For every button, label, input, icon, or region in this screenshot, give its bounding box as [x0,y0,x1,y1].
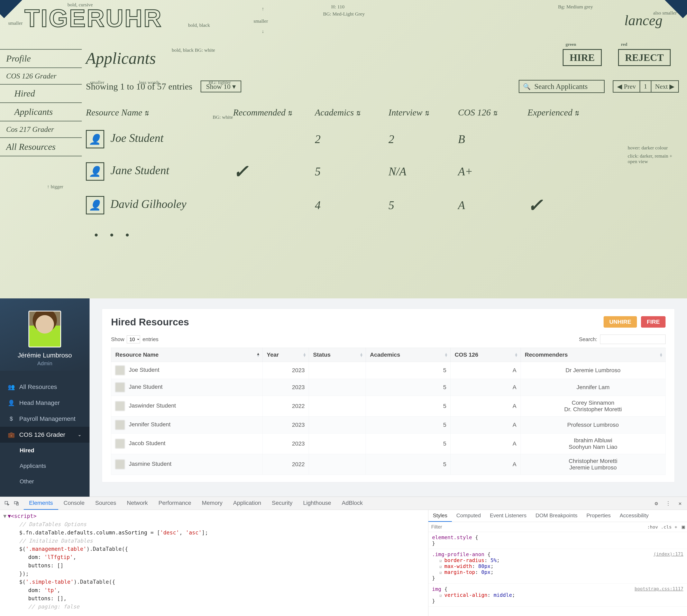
wf-search-box[interactable]: Search Applicants [519,80,605,93]
cell-cos126: A [450,454,520,475]
devtools-tab[interactable]: Lighthouse [298,497,336,510]
column-header[interactable]: COS 126▲▼ [450,348,520,362]
devtools-tab[interactable]: Elements [24,497,58,510]
avatar-thumb [115,420,125,430]
styles-tab[interactable]: Accessibility [615,510,653,522]
close-icon[interactable]: ✕ [676,499,684,507]
table-row[interactable]: Joe Student20235ADr Jeremie Lumbroso [111,362,666,379]
devtools-tab[interactable]: Application [228,497,266,510]
wf-note: ↑ bigger [47,184,63,190]
table-row[interactable]: Jacob Student20235AIbrahim AlbluwiSoohyu… [111,434,666,454]
search-input[interactable] [600,335,666,344]
css-rule[interactable]: img {bootstrap.css:1117vertical-align: m… [428,584,687,607]
table-row[interactable]: Jasmine Student20225AChristopher Moretti… [111,454,666,475]
devtools-tab[interactable]: Security [266,497,298,510]
sidebar-subitem[interactable]: Hired [0,443,89,458]
styles-tab[interactable]: DOM Breakpoints [531,510,582,522]
devtools: ElementsConsoleSourcesNetworkPerformance… [0,497,687,616]
devtools-tab[interactable]: Performance [153,497,196,510]
filter-chip[interactable]: + [674,524,677,530]
wf-avatar-icon [86,196,104,214]
styles-tab[interactable]: Event Listeners [486,510,531,522]
devtools-tab[interactable]: AdBlock [336,497,368,510]
sort-icon: ▲▼ [444,353,448,357]
datatable-controls: Show 10 entries Search: [111,335,666,344]
column-header[interactable]: Year▲▼ [262,348,309,362]
sidebar-item-label: Head Manager [19,399,60,406]
wf-pager-button[interactable]: Next ▶ [651,81,678,92]
wf-table-row[interactable]: David Gilhooley45A✓ [86,194,679,216]
rule-source-link[interactable]: bootstrap.css:1117 [635,586,683,591]
rule-source-link[interactable]: (index):171 [653,551,683,556]
table-row[interactable]: Jaswinder Student20225ACorey SinnamonDr.… [111,396,666,417]
toggle-panel-icon[interactable]: ▣ [680,524,687,530]
styles-tab[interactable]: Properties [582,510,615,522]
page-length-select[interactable]: 10 [127,335,140,343]
wf-reject-button[interactable]: REJECT [618,49,671,66]
column-header[interactable]: Status▲▼ [309,348,366,362]
wf-table-row[interactable]: Jane Student✓5N/AA+ [86,161,679,182]
wf-pager[interactable]: ◀ Prev1Next ▶ [613,80,679,93]
inspect-icon[interactable] [3,499,11,507]
filter-chip[interactable]: .cls [661,524,672,530]
table-row[interactable]: Jennifer Student20235AProfessor Lumbroso [111,417,666,434]
avatar-thumb [115,439,125,448]
wf-column-header[interactable]: COS 126 [458,107,528,118]
column-header[interactable]: Academics▲▼ [366,348,451,362]
unhire-button[interactable]: UNHIRE [604,316,637,328]
wf-sidebar-item[interactable]: All Resources [0,137,82,156]
devtools-tab[interactable]: Console [58,497,90,510]
cell-year: 2023 [262,362,309,379]
cell-status [309,417,366,434]
devtools-toolbar: ElementsConsoleSourcesNetworkPerformance… [0,497,687,510]
sidebar-item-label: COS 126 Grader [19,431,65,438]
sidebar-item[interactable]: $Payroll Management [0,411,89,427]
wf-table-row[interactable]: Joe Student22B [86,130,679,148]
devtools-tab[interactable]: Memory [196,497,228,510]
devtools-tab[interactable]: Sources [90,497,122,510]
sidebar-subitem[interactable]: Applicants [0,458,89,474]
wf-pager-button[interactable]: 1 [640,81,651,92]
sidebar-item[interactable]: 💼COS 126 Grader⌄ [0,427,89,443]
wf-column-header[interactable]: Resource Name [86,107,233,118]
wf-sidebar-item[interactable]: Hired [0,84,82,103]
cell-year: 2023 [262,379,309,396]
css-rule[interactable]: element.style {} [428,532,687,549]
column-header[interactable]: Resource Name▲▼ [111,348,263,362]
styles-tab[interactable]: Styles [428,510,452,522]
cell-year: 2023 [262,417,309,434]
device-icon[interactable] [12,499,20,507]
sidebar-item[interactable]: 👥All Resources [0,379,89,395]
avatar-thumb [115,366,125,375]
profile-name: Jérémie Lumbroso [4,352,85,359]
gear-icon[interactable]: ⚙ [652,499,660,507]
css-rule[interactable]: .img-profile-anon {(index):171border-rad… [428,549,687,584]
avatar-thumb [115,460,125,469]
fire-button[interactable]: FIRE [641,316,666,328]
show-label-pre: Show [111,336,124,343]
wf-pager-button[interactable]: ◀ Prev [614,81,640,92]
wf-sidebar-item[interactable]: Applicants [0,103,82,121]
styles-filter-input[interactable] [428,522,645,532]
source-panel[interactable]: ▼▼<script>// DataTables Options$.fn.data… [0,510,428,616]
kebab-icon[interactable]: ⋮ [664,499,672,507]
wf-column-header[interactable]: Academics [315,107,388,118]
wf-column-header[interactable]: Experienced [528,107,605,118]
table-row[interactable]: Jane Student20235AJennifer Lam [111,379,666,396]
cell-academics: 5 [366,434,451,454]
styles-tab[interactable]: Computed [452,510,486,522]
sidebar-item-label: All Resources [19,383,57,390]
sidebar-subitem[interactable]: Other [0,474,89,489]
wf-hire-button[interactable]: HIRE [563,49,602,66]
wf-column-header[interactable]: Interview [388,107,458,118]
column-header[interactable]: Recommenders▲▼ [520,348,665,362]
wf-sidebar-item[interactable]: COS 126 Grader [0,67,82,84]
sidebar-item[interactable]: 👤Head Manager [0,395,89,411]
wf-sidebar-item[interactable]: Cos 217 Grader [0,121,82,137]
devtools-tab[interactable]: Network [122,497,153,510]
devtools-tabs: ElementsConsoleSourcesNetworkPerformance… [24,497,368,510]
filter-chip[interactable]: :hov [647,524,658,530]
wf-sidebar-item[interactable]: Profile [0,49,82,67]
cell-academics: 5 [366,417,451,434]
wf-column-header[interactable]: Recommended [233,107,315,118]
